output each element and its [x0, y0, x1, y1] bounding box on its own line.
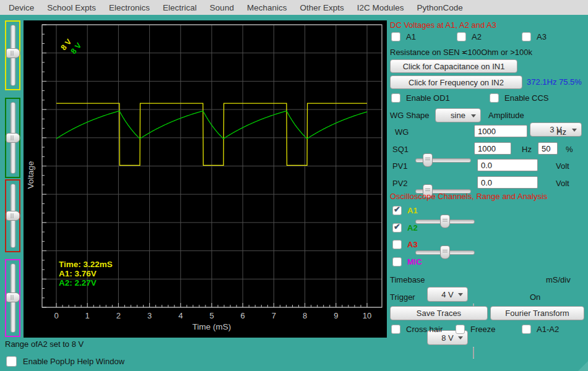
channel-a2-fit-checkbox[interactable]	[473, 347, 474, 359]
sq1-duty-unit-label: %	[566, 145, 573, 154]
dc-a3-label: A3	[537, 32, 547, 41]
svg-text:0: 0	[54, 311, 58, 320]
pv2-label: PV2	[392, 179, 408, 188]
popup-help-label: Enable PopUp Help Window	[23, 357, 124, 366]
sq1-duty-input[interactable]: 50	[538, 142, 558, 155]
pv1-slider[interactable]	[415, 214, 475, 228]
fourier-transform-button[interactable]: Fourier Transform	[490, 306, 584, 320]
channel-a1-range-value: 4 V	[441, 290, 454, 299]
enable-ccs-checkbox[interactable]	[490, 93, 499, 103]
svg-text:1: 1	[85, 311, 90, 320]
pv1-label: PV1	[392, 161, 408, 171]
dc-a2-checkbox[interactable]	[457, 32, 466, 41]
sq1-frequency-input[interactable]: 1000	[474, 142, 511, 155]
channel-a1-label: A1	[407, 206, 418, 215]
enable-od1-row: Enable OD1	[391, 93, 450, 103]
menu-pythoncode[interactable]: PythonCode	[417, 3, 463, 12]
dc-a2-label: A2	[472, 32, 482, 41]
enable-ccs-label: Enable CCS	[504, 93, 549, 103]
channel-a2-range-value: 8 V	[441, 333, 454, 343]
mic-slider-thumb[interactable]	[6, 292, 20, 302]
chevron-down-icon	[471, 114, 476, 117]
wg-shape-dropdown[interactable]: sine	[435, 108, 481, 122]
freeze-row: Freeze	[456, 325, 495, 334]
svg-text:8: 8	[303, 311, 307, 320]
chevron-down-icon	[458, 336, 463, 339]
scope-tick-labels: 012345678910	[54, 311, 371, 320]
dc-a1-checkbox[interactable]	[391, 32, 400, 41]
menu-school-expts[interactable]: School Expts	[47, 3, 96, 12]
channel-a3-label: A3	[407, 240, 418, 249]
frequency-in2-button[interactable]: Click for Frequency on IN2	[390, 75, 522, 89]
menu-other-expts[interactable]: Other Expts	[300, 3, 344, 12]
app-window: Device School Expts Electronics Electric…	[0, 0, 588, 371]
status-message: Range ofA2 set to 8 V	[5, 339, 84, 349]
channel-mic-label: MIC	[407, 257, 422, 267]
svg-text:7: 7	[272, 311, 276, 320]
svg-text:5: 5	[209, 311, 214, 320]
menu-device[interactable]: Device	[9, 3, 34, 12]
menu-electrical[interactable]: Electrical	[163, 3, 197, 12]
a2-slider-thumb[interactable]	[6, 133, 20, 143]
enable-od1-checkbox[interactable]	[391, 93, 400, 103]
menu-electronics[interactable]: Electronics	[109, 3, 150, 12]
frequency-readout: 372.1Hz 75.5%	[527, 77, 582, 87]
pv2-slider[interactable]	[415, 245, 475, 258]
a1-vertical-slider[interactable]	[5, 20, 20, 90]
pv1-input[interactable]: 0.0	[477, 159, 538, 171]
popup-help-checkbox[interactable]	[6, 356, 17, 367]
y-axis-label: Voltage	[26, 161, 35, 189]
channel-a3-checkbox[interactable]	[392, 240, 402, 249]
capacitance-in1-button[interactable]: Click for Capacitance on IN1	[390, 59, 517, 73]
trigger-label: Trigger	[390, 292, 415, 302]
channel-a2-row: A2	[392, 223, 418, 232]
wg-shape-value: sine	[451, 111, 465, 120]
dc-voltages-heading: DC Voltages at A1, A2 and A3	[390, 20, 496, 30]
a1-slider-thumb[interactable]	[6, 48, 20, 58]
a1-minus-a2-checkbox[interactable]	[522, 325, 531, 334]
readout-time: Time: 3.22mS	[59, 260, 113, 269]
save-traces-button[interactable]: Save Traces	[390, 306, 488, 320]
crosshair-checkbox[interactable]	[391, 325, 400, 334]
pv2-unit-label: Volt	[556, 179, 569, 188]
pv2-slider-thumb[interactable]	[440, 245, 450, 259]
menu-i2c-modules[interactable]: I2C Modules	[357, 3, 404, 12]
svg-text:6: 6	[241, 311, 245, 320]
trigger-on-label: On	[530, 292, 540, 302]
scope-channels-heading: Oscilloscope Channels, Range and Analysi…	[390, 192, 547, 201]
channel-mic-row: MIC	[392, 257, 422, 267]
pv1-unit-label: Volt	[556, 161, 569, 171]
crosshair-label: Cross hair	[406, 325, 443, 334]
svg-text:4: 4	[178, 311, 183, 320]
channel-a2-label: A2	[407, 223, 418, 232]
channel-a2-checkbox[interactable]	[392, 223, 402, 232]
pv1-slider-thumb[interactable]	[440, 215, 450, 228]
menu-bar: Device School Expts Electronics Electric…	[0, 0, 588, 15]
channel-mic-checkbox[interactable]	[392, 257, 402, 267]
wg-slider-thumb[interactable]	[423, 153, 433, 167]
resistance-sen-label: Resistance on SEN =	[390, 48, 467, 57]
pv2-input[interactable]: 0.0	[477, 176, 538, 189]
a3-slider-thumb[interactable]	[6, 211, 20, 221]
channel-a1-checkbox[interactable]	[392, 206, 402, 215]
resistance-sen-value: <100Ohm or >100k	[463, 48, 532, 57]
menu-sound[interactable]: Sound	[210, 3, 234, 12]
wg-frequency-slider[interactable]	[415, 153, 471, 166]
freeze-checkbox[interactable]	[456, 325, 465, 334]
wg-unit-label: Hz	[556, 127, 566, 137]
dc-a3-checkbox[interactable]	[522, 32, 531, 41]
chevron-down-icon	[458, 293, 463, 296]
mic-vertical-slider[interactable]	[5, 259, 20, 337]
popup-help-row: Enable PopUp Help Window	[6, 356, 124, 367]
enable-ccs-row: Enable CCS	[490, 93, 549, 103]
amplitude-dropdown[interactable]: 3 V	[530, 122, 582, 137]
oscilloscope-display: 012345678910 Time (mS) Voltage 8 V 8 V T…	[24, 20, 387, 338]
a2-vertical-slider[interactable]	[5, 98, 20, 178]
a3-vertical-slider[interactable]	[5, 179, 20, 252]
channel-a1-range-dropdown[interactable]: 4 V	[427, 287, 468, 302]
wg-frequency-input[interactable]: 1000	[474, 125, 527, 137]
svg-text:2: 2	[116, 311, 121, 320]
freeze-label: Freeze	[470, 325, 495, 334]
resize-grip[interactable]	[578, 361, 588, 371]
menu-mechanics[interactable]: Mechanics	[247, 3, 287, 12]
